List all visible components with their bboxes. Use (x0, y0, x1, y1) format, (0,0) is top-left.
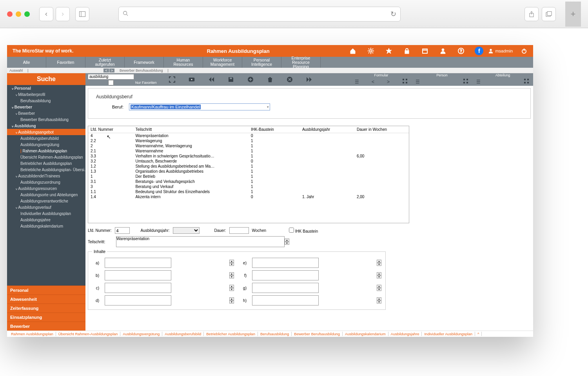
spin-up[interactable]: ▲ (377, 297, 381, 300)
beruf-combo[interactable]: Kaufmann/Kauffrau im Einzelhandel ▾ (129, 103, 270, 110)
home-icon[interactable] (344, 45, 362, 57)
url-input[interactable] (131, 11, 388, 17)
list-icon[interactable]: ☰ (355, 79, 359, 85)
tree-node[interactable]: Bewerber (7, 110, 85, 116)
tree-node[interactable]: Bewerber Berufsausbildung (7, 116, 85, 123)
expand-icon[interactable] (162, 73, 182, 86)
grid-header[interactable]: Ausbildungsjahr (300, 126, 354, 133)
tree-node[interactable]: Ausbildungsresourcen (7, 185, 85, 192)
bottom-link[interactable]: Ausbildungskalendarium (343, 332, 388, 336)
bottom-link[interactable]: Ausbildungsberufsbild (162, 332, 204, 336)
bottom-link[interactable]: Bewerber Berufsausbildung (292, 332, 343, 336)
sidebar-tab[interactable]: Abwesenheit (7, 295, 85, 304)
spin-down[interactable]: ▼ (229, 300, 234, 304)
tree-node[interactable]: Ausbildungsvergütung (7, 141, 85, 148)
table-row[interactable]: 1.4Akzenta intern01. Jahr2,00 (88, 194, 409, 199)
card-icon[interactable] (182, 73, 201, 86)
breadcrumb-auswahl[interactable]: Auswahl (7, 69, 25, 72)
tree-node[interactable]: Ausbildungsverlauf (7, 204, 85, 210)
spin-down[interactable]: ▼ (377, 275, 381, 278)
dauer-input[interactable] (229, 227, 249, 234)
list-icon[interactable]: ☰ (476, 79, 481, 85)
table-row[interactable]: 3.3Verhalten in schwierigen Gesprächssit… (88, 154, 409, 159)
sidebar-tab[interactable]: Zeiterfassung (7, 304, 85, 313)
maximize-window[interactable] (24, 11, 30, 17)
nav-tab[interactable]: Favoriten (46, 57, 85, 68)
inhalte-textarea[interactable] (105, 283, 171, 293)
nav-tab[interactable]: Enterprise ResourcePlanning (281, 57, 321, 68)
tree-node[interactable]: Betrieblicher Ausbildungsplan (7, 160, 85, 166)
inhalte-textarea[interactable] (252, 283, 319, 293)
spin-up[interactable]: ▲ (229, 297, 234, 300)
bottom-link[interactable]: Individueller Ausbildungsplan (422, 332, 475, 336)
add-icon[interactable] (241, 73, 260, 86)
sidebar-tab[interactable]: Einsatzplanung (7, 313, 85, 322)
person-icon[interactable] (434, 45, 452, 57)
table-row[interactable]: 1Der Betrieb1 (88, 174, 409, 179)
gear-icon[interactable] (362, 45, 380, 57)
tree-node[interactable]: Ausbildungsjahre (7, 217, 85, 223)
bottom-link[interactable]: Berufsausbildung (258, 332, 292, 336)
url-bar[interactable]: ↻ (118, 7, 401, 22)
spin-up[interactable]: ▲ (377, 272, 381, 275)
fastforward-icon[interactable] (299, 73, 319, 86)
tree-node[interactable]: Übersicht Rahmen-Ausbildungsplan (7, 154, 85, 160)
table-row[interactable] (88, 204, 409, 209)
toolbar-search-input[interactable] (88, 74, 134, 80)
inhalte-textarea[interactable] (252, 258, 319, 268)
steps-grid[interactable]: Lfd. NummerTeilschrittIHK-BausteinAusbil… (88, 126, 409, 223)
spin-down[interactable]: ▼ (285, 242, 289, 245)
minimize-window[interactable] (16, 11, 21, 17)
grid-header[interactable]: Dauer in Wochen (354, 126, 409, 133)
nav-tab[interactable]: HumanResources (164, 57, 203, 68)
spin-down[interactable]: ▼ (229, 263, 234, 266)
tree-node[interactable]: Berufsausbildung (7, 98, 85, 104)
tree-node[interactable]: Mitarbeiterprofil (7, 91, 85, 98)
new-tab-button[interactable]: + (565, 2, 581, 27)
ihk-checkbox[interactable]: IHK Baustein (289, 228, 318, 233)
tabs-button[interactable] (542, 7, 556, 21)
tree-node[interactable]: Personal (7, 85, 85, 91)
spin-up[interactable]: ▲ (229, 285, 234, 288)
tree-node[interactable]: Ausbildungsorte und Abteilungen (7, 192, 85, 198)
table-row[interactable]: 1.1Bedeutung und Struktur des Einzelhand… (88, 189, 409, 194)
spin-down[interactable]: ▼ (377, 263, 381, 266)
nav-tab[interactable]: Framework (125, 57, 164, 68)
bottom-link[interactable]: Rahmen Ausbildungsplan (9, 332, 56, 336)
inhalte-textarea[interactable] (105, 258, 171, 268)
sidebar-tab[interactable]: Personal (7, 286, 85, 295)
breadcrumb-prev[interactable]: < (103, 69, 109, 72)
grid-header[interactable]: Teilschritt (133, 126, 249, 133)
table-row[interactable]: 2Warenannahme, Warenlagerung1 (88, 143, 409, 148)
table-row[interactable]: 3.1Beratungs- und Verkaufsgespräch1 (88, 179, 409, 184)
save-icon[interactable] (221, 73, 241, 86)
grid-header[interactable]: Lfd. Nummer (88, 126, 133, 133)
inhalte-textarea[interactable] (105, 295, 171, 306)
table-row[interactable]: 2.2Warenlagerung1 (88, 138, 409, 143)
teilschritt-textarea[interactable] (116, 236, 285, 247)
back-button[interactable]: ‹ (39, 7, 53, 21)
bottom-link[interactable]: Betrieblicher Ausbildungsplan (204, 332, 258, 336)
table-row[interactable]: 4Warenpräsentation0 (88, 133, 409, 139)
jahr-select[interactable] (173, 227, 200, 234)
tree-node[interactable]: Bewerber (7, 104, 85, 110)
list-icon[interactable]: ☰ (416, 79, 420, 85)
tree-node[interactable]: Ausbildungsangebot (7, 129, 85, 135)
tree-node[interactable]: Auszubildende\Trainees (7, 173, 85, 179)
forward-button[interactable]: › (56, 7, 70, 21)
lfd-input[interactable] (115, 227, 130, 234)
spin-down[interactable]: ▼ (377, 300, 381, 304)
inhalte-textarea[interactable] (252, 270, 319, 280)
grid-header[interactable]: IHK-Baustein (249, 126, 300, 133)
lock-icon[interactable] (398, 45, 416, 57)
tree-node[interactable]: Rahmen Ausbildungsplan (7, 148, 85, 154)
bottom-link[interactable]: Ausbildungsvergütung (120, 332, 162, 336)
inhalte-textarea[interactable] (252, 295, 319, 306)
table-row[interactable]: 3Beratung und Verkauf1 (88, 184, 409, 189)
tree-node[interactable]: Ausbildungszuordnung (7, 179, 85, 185)
nav-tab[interactable]: WorkforceManagement (203, 57, 242, 68)
tree-node[interactable]: Betriebliche Ausbildungsplan- Übersi… (7, 166, 85, 173)
sidebar-toggle-button[interactable] (75, 7, 89, 21)
only-favorites-checkbox[interactable]: Nur Favoriten (88, 80, 157, 85)
prev-icon[interactable]: < (372, 79, 374, 85)
